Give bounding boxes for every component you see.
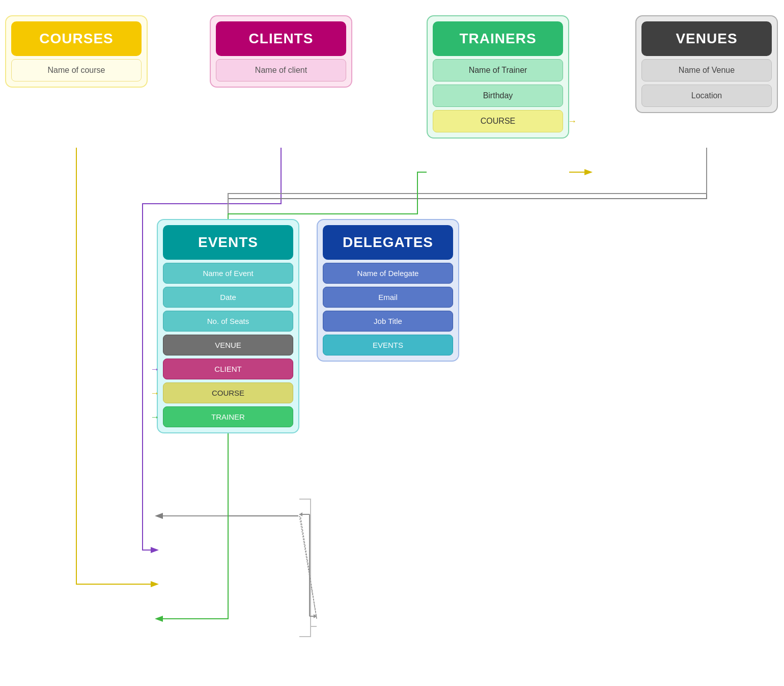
list3-field-trainer-name: Name of Trainer — [433, 59, 563, 81]
list6-delegates: DELEGATES Name of Delegate Email Job Tit… — [317, 219, 459, 362]
list3-title: TRAINERS — [433, 21, 563, 56]
list4-field-venue-name: Name of Venue — [641, 59, 772, 81]
svg-marker-7 — [299, 512, 302, 516]
list5-field-client: → CLIENT — [163, 359, 293, 379]
list5-field-course: → COURSE — [163, 382, 293, 403]
list6-title: DELEGATES — [323, 225, 453, 260]
list4-field-location: Location — [641, 85, 772, 107]
list6-field-delegate-name: Name of Delegate — [323, 263, 453, 284]
svg-line-1 — [300, 516, 317, 619]
list5-title: EVENTS — [163, 225, 293, 260]
svg-line-0 — [299, 516, 317, 619]
list1-courses: COURSES Name of course — [5, 15, 148, 88]
list5-field-date: Date — [163, 287, 293, 308]
list3-field-course: COURSE → — [433, 110, 563, 132]
list5-field-trainer: → TRAINER — [163, 406, 293, 427]
list5-field-venue: VENUE — [163, 335, 293, 355]
list2-title: CLIENTS — [216, 21, 346, 56]
list3-trainers: TRAINERS Name of Trainer Birthday COURSE… — [427, 15, 569, 139]
svg-marker-6 — [314, 614, 317, 618]
list5-field-event-name: Name of Event — [163, 263, 293, 284]
list5-events: EVENTS Name of Event Date No. of Seats V… — [157, 219, 299, 433]
list6-field-events: EVENTS — [323, 335, 453, 355]
list4-title: VENUES — [641, 21, 772, 56]
list5-field-seats: No. of Seats — [163, 311, 293, 332]
list1-title: COURSES — [11, 21, 142, 56]
list6-field-job-title: Job Title — [323, 311, 453, 332]
list1-field-course-name: Name of course — [11, 59, 142, 81]
list3-field-birthday: Birthday — [433, 85, 563, 107]
list6-field-email: Email — [323, 287, 453, 308]
list4-venues: VENUES Name of Venue Location — [635, 15, 778, 113]
list2-field-client-name: Name of client — [216, 59, 346, 81]
list2-clients: CLIENTS Name of client — [210, 15, 352, 88]
